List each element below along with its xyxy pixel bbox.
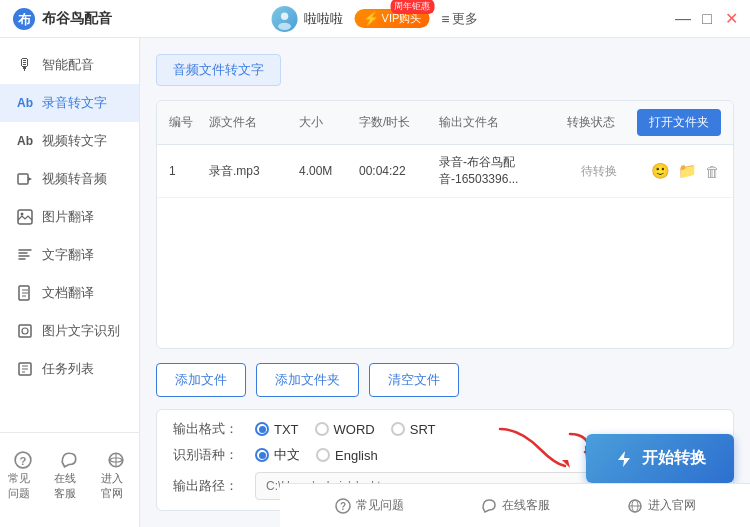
svg-point-7 [21,213,24,216]
main-layout: 🎙 智能配音 Ab 录音转文字 Ab 视频转文字 视频转音频 图片翻译 [0,38,750,527]
image-ocr-icon [16,322,34,340]
sidebar-support[interactable]: 在线客服 [46,445,92,507]
sidebar-bottom-row: ? 常见问题 在线客服 进入官网 [0,441,139,511]
support-icon [60,451,78,469]
sidebar-label-video-audio: 视频转音频 [42,170,107,188]
col-header-size: 大小 [299,114,359,131]
col-header-time: 字数/时长 [359,114,439,131]
start-button-area: 开始转换 [586,434,734,483]
arrow-indicator [490,424,590,477]
format-word[interactable]: WORD [315,422,375,437]
sidebar-faq[interactable]: ? 常见问题 [0,445,46,507]
bottom-buttons: 添加文件 添加文件夹 清空文件 [156,363,734,397]
sidebar-label-image-translate: 图片翻译 [42,208,94,226]
user-name: 啦啦啦 [304,10,343,28]
sidebar-item-image-ocr[interactable]: 图片文字识别 [0,312,139,350]
lang-cn-label: 中文 [274,446,300,464]
titlebar-center: 啦啦啦 周年钜惠 ⚡ VIP购头 ≡ 更多 [272,6,479,32]
more-label: 更多 [452,10,478,28]
open-folder-button[interactable]: 打开文件夹 [637,109,721,136]
bottom-official-icon [627,498,643,514]
sidebar-bottom: ? 常见问题 在线客服 进入官网 [0,432,139,519]
delete-icon[interactable]: 🗑 [705,163,720,180]
row-src: 录音.mp3 [209,163,299,180]
sidebar-item-image-translate[interactable]: 图片翻译 [0,198,139,236]
bottom-official[interactable]: 进入官网 [627,497,696,514]
file-table: 编号 源文件名 大小 字数/时长 输出文件名 转换状态 打开文件夹 1 录音.m… [156,100,734,349]
row-size: 4.00M [299,164,359,178]
app-title: 布谷鸟配音 [42,10,112,28]
format-txt[interactable]: TXT [255,422,299,437]
sidebar-item-video-text[interactable]: Ab 视频转文字 [0,122,139,160]
table-body: 1 录音.mp3 4.00M 00:04:22 录音-布谷鸟配音-1650339… [157,145,733,348]
svg-marker-5 [28,177,32,181]
image-translate-icon [16,208,34,226]
maximize-button[interactable]: □ [700,12,714,26]
sidebar-item-task-list[interactable]: 任务列表 [0,350,139,388]
vip-badge[interactable]: 周年钜惠 ⚡ VIP购头 [355,9,430,28]
row-time: 00:04:22 [359,164,439,178]
add-folder-button[interactable]: 添加文件夹 [256,363,359,397]
lang-chinese[interactable]: 中文 [255,446,300,464]
minimize-button[interactable]: — [676,12,690,26]
sidebar-label-image-ocr: 图片文字识别 [42,322,120,340]
svg-text:布: 布 [17,12,32,27]
sidebar-item-text-translate[interactable]: 文字翻译 [0,236,139,274]
lang-en-label: English [335,448,378,463]
logo-icon: 布 [12,7,36,31]
sidebar-official[interactable]: 进入官网 [93,445,139,507]
bottom-support[interactable]: 在线客服 [481,497,550,514]
col-header-out: 输出文件名 [439,114,567,131]
format-srt[interactable]: SRT [391,422,436,437]
sidebar-label-recording: 录音转文字 [42,94,107,112]
add-file-button[interactable]: 添加文件 [156,363,246,397]
content-header: 音频文件转文字 [156,54,734,86]
tab-audio-to-text[interactable]: 音频文件转文字 [156,54,281,86]
sidebar-label-ai-voice: 智能配音 [42,56,94,74]
sidebar-label-text-translate: 文字翻译 [42,246,94,264]
row-num: 1 [169,164,209,178]
close-button[interactable]: ✕ [724,12,738,26]
support-label: 在线客服 [54,471,84,501]
bottom-faq[interactable]: ? 常见问题 [335,497,404,514]
ai-voice-icon: 🎙 [16,56,34,74]
sidebar-item-ai-voice[interactable]: 🎙 智能配音 [0,46,139,84]
lang-english[interactable]: English [316,448,378,463]
svg-rect-4 [18,174,28,184]
format-srt-label: SRT [410,422,436,437]
radio-dot [259,426,266,433]
more-button[interactable]: ≡ 更多 [441,10,478,28]
folder-icon[interactable]: 📁 [678,162,697,180]
lightning-icon [614,449,634,469]
svg-text:?: ? [20,455,27,467]
radio-cn-circle [255,448,269,462]
titlebar: 布 布谷鸟配音 啦啦啦 周年钜惠 ⚡ VIP购头 ≡ 更多 — □ ✕ [0,0,750,38]
format-word-label: WORD [334,422,375,437]
radio-word-circle [315,422,329,436]
vip-tag-label: 周年钜惠 [390,0,434,14]
start-button-label: 开始转换 [642,448,706,469]
task-list-icon [16,360,34,378]
sidebar-item-doc-translate[interactable]: 文档翻译 [0,274,139,312]
path-label: 输出路径： [173,477,243,495]
clear-button[interactable]: 清空文件 [369,363,459,397]
recording-icon: Ab [16,94,34,112]
radio-srt-circle [391,422,405,436]
sidebar-item-recording[interactable]: Ab 录音转文字 [0,84,139,122]
user-area: 啦啦啦 [272,6,343,32]
app-logo: 布 布谷鸟配音 [12,7,112,31]
start-button[interactable]: 开始转换 [586,434,734,483]
format-txt-label: TXT [274,422,299,437]
sidebar-item-video-audio[interactable]: 视频转音频 [0,160,139,198]
table-row: 1 录音.mp3 4.00M 00:04:22 录音-布谷鸟配音-1650339… [157,145,733,198]
emoji-icon[interactable]: 🙂 [651,162,670,180]
bottom-faq-label: 常见问题 [356,497,404,514]
svg-marker-16 [618,451,630,467]
svg-rect-6 [18,210,32,224]
svg-rect-9 [19,325,31,337]
col-header-status: 转换状态 [567,114,637,131]
row-actions: 🙂 📁 🗑 [651,162,721,180]
video-audio-icon [16,170,34,188]
row-out: 录音-布谷鸟配音-16503396... [439,154,581,188]
radio-txt-circle [255,422,269,436]
